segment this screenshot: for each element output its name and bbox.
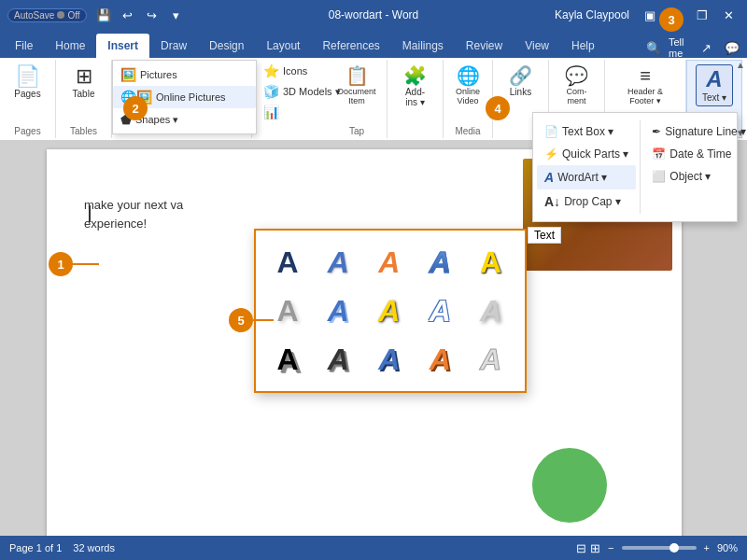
wordart-style-6[interactable]: A	[265, 288, 310, 333]
wordart-style-7[interactable]: A	[316, 288, 360, 333]
zoom-level: 90%	[717, 542, 738, 553]
text-button[interactable]: A Text ▾	[696, 64, 733, 106]
tab-design[interactable]: Design	[198, 34, 255, 58]
object-label: Object ▾	[669, 170, 711, 183]
pictures-icon: 🖼️	[120, 67, 136, 82]
quickparts-panel-item[interactable]: ⚡ Quick Parts ▾	[537, 143, 636, 165]
tab-insert[interactable]: Insert	[96, 34, 149, 58]
table-icon: ⊞	[76, 66, 92, 87]
wordart-style-8[interactable]: A	[367, 288, 412, 333]
comment-icon: 💬	[565, 66, 588, 85]
pages-group-label: Pages	[14, 126, 40, 136]
callout-1-line	[73, 263, 99, 265]
tab-mailings[interactable]: Mailings	[391, 34, 455, 58]
object-panel-item[interactable]: ⬜ Object ▾	[644, 165, 747, 188]
page-info: Page 1 of 1	[9, 542, 62, 553]
datetime-panel-item[interactable]: 📅 Date & Time	[644, 143, 747, 165]
wordart-style-10[interactable]: A	[469, 288, 514, 333]
wordart-style-5[interactable]: A	[469, 240, 514, 285]
header-footer-icon: ≡	[640, 66, 651, 85]
zoom-minus-button[interactable]: −	[608, 542, 613, 553]
undo-button[interactable]: ↩	[117, 5, 139, 25]
header-footer-label: Header &Footer ▾	[627, 87, 663, 105]
scroll-up-button[interactable]: ▲	[736, 60, 745, 70]
links-label: Links	[510, 87, 531, 97]
pictures-menu-item[interactable]: 🖼️ Pictures	[113, 63, 256, 86]
wordart-panel-item[interactable]: A WordArt ▾	[537, 165, 636, 189]
tab-review[interactable]: Review	[455, 34, 514, 58]
wordart-style-3[interactable]: A	[367, 240, 412, 285]
wordart-style-9[interactable]: A	[417, 288, 462, 333]
text-tooltip-label: Text	[534, 229, 555, 242]
restore-button[interactable]: ❐	[691, 5, 713, 25]
wordart-style-14[interactable]: A	[417, 337, 462, 382]
callout-5-line	[253, 319, 274, 321]
datetime-label: Date & Time	[669, 147, 731, 161]
pictures-label: Pictures	[140, 69, 177, 80]
callout-3-label: 3	[668, 13, 674, 27]
view-print-layout-button[interactable]: ⊟	[576, 541, 586, 555]
smartart-icon: 📊	[263, 105, 279, 119]
document-circle	[532, 448, 607, 523]
wordart-style-2[interactable]: A	[316, 240, 360, 285]
online-pictures-label: Online Pictures	[156, 91, 226, 103]
tab-draw[interactable]: Draw	[149, 34, 198, 58]
customize-button[interactable]: ▾	[165, 5, 188, 25]
3d-icon: 🧊	[263, 84, 279, 99]
pages-button[interactable]: 📄 Pages	[9, 63, 47, 102]
table-button[interactable]: ⊞ Table	[65, 63, 103, 102]
group-pages: 📄 Pages Pages	[0, 60, 56, 138]
signature-label: Signature Line ▾	[665, 125, 746, 138]
text-dropdown-panel: 📄 Text Box ▾ ⚡ Quick Parts ▾ A WordArt ▾…	[532, 112, 738, 222]
addins-button[interactable]: 🧩 Add-ins ▾	[397, 63, 434, 110]
autosave-toggle[interactable]: AutoSave Off	[7, 8, 87, 22]
icons-button[interactable]: ⭐ Icons	[260, 62, 345, 80]
wordart-label: WordArt ▾	[557, 171, 607, 184]
tab-home[interactable]: Home	[44, 34, 96, 58]
text-label: Text ▾	[702, 92, 726, 103]
zoom-slider[interactable]	[622, 546, 697, 550]
tab-layout[interactable]: Layout	[255, 34, 311, 58]
title-bar-right: Kayla Claypool ▣ — ❐ ✕	[555, 5, 740, 25]
autosave-state: Off	[67, 10, 79, 21]
wordart-style-1[interactable]: A	[265, 240, 310, 285]
header-footer-button[interactable]: ≡ Header &Footer ▾	[623, 63, 668, 108]
gallery-grid: A A A A A A A A A A A A A A A	[265, 240, 515, 382]
textbox-panel-item[interactable]: 📄 Text Box ▾	[537, 120, 636, 143]
close-button[interactable]: ✕	[717, 5, 740, 25]
text-icon: A	[706, 68, 722, 91]
online-video-button[interactable]: 🌐 OnlineVideo	[449, 63, 486, 108]
search-button[interactable]: 🔍	[642, 37, 665, 58]
wordart-style-4[interactable]: A	[417, 240, 462, 285]
textbox-icon: 📄	[544, 125, 558, 138]
wordart-style-12[interactable]: A	[316, 337, 360, 382]
dropcap-panel-item[interactable]: A↓ Drop Cap ▾	[537, 189, 636, 214]
tab-view[interactable]: View	[514, 34, 560, 58]
3d-models-button[interactable]: 🧊 3D Models ▾	[260, 82, 345, 101]
wordart-style-13[interactable]: A	[367, 337, 412, 382]
redo-button[interactable]: ↪	[141, 5, 163, 25]
tell-me-button[interactable]: Tell me	[669, 37, 691, 58]
signature-icon: ✒	[652, 125, 661, 138]
ribbon-tab-bar: File Home Insert Draw Design Layout Refe…	[0, 30, 747, 58]
comment-button[interactable]: 💬 Com-ment	[558, 63, 596, 108]
tab-references[interactable]: References	[311, 34, 390, 58]
wordart-style-11[interactable]: A	[265, 337, 310, 382]
links-button[interactable]: 🔗 Links	[502, 63, 540, 100]
signature-panel-item[interactable]: ✒ Signature Line ▾	[644, 120, 747, 143]
tab-file[interactable]: File	[4, 34, 44, 58]
save-button[interactable]: 💾	[92, 5, 115, 25]
tab-help[interactable]: Help	[560, 34, 606, 58]
ribbon-display-button[interactable]: ▣	[639, 5, 661, 25]
undo-redo-group: 💾 ↩ ↪ ▾	[92, 5, 188, 25]
view-web-button[interactable]: ⊞	[590, 541, 600, 555]
callout-3: 3	[659, 7, 684, 32]
smartart-button[interactable]: 📊	[260, 103, 345, 121]
share-button[interactable]: ↗	[695, 37, 717, 58]
callout-2: 2	[123, 96, 148, 120]
comments-button[interactable]: 💬	[721, 37, 743, 58]
zoom-plus-button[interactable]: +	[704, 542, 710, 553]
icons-icon: ⭐	[263, 63, 279, 78]
callout-2-label: 2	[132, 102, 138, 116]
wordart-style-15[interactable]: A	[469, 337, 514, 382]
